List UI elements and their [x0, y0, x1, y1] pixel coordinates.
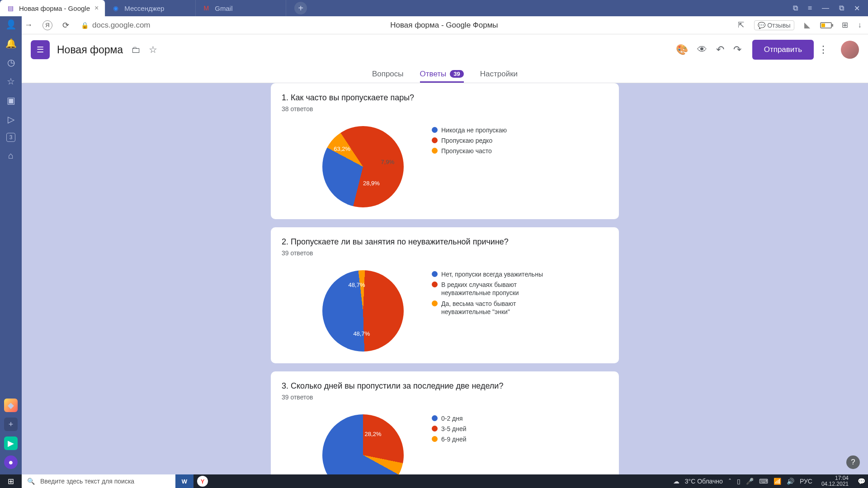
- screenshot-icon[interactable]: ⌂: [5, 150, 16, 161]
- legend-label: Пропускаю часто: [441, 147, 492, 155]
- browser-tab[interactable]: ◉ Мессенджер: [105, 0, 196, 16]
- legend-dot-icon: [432, 271, 438, 277]
- slice-label: 28,9%: [363, 180, 380, 187]
- question-card: 2. Пропускаете ли вы занятия по неуважит…: [271, 227, 619, 363]
- profile-icon[interactable]: 👤: [5, 19, 16, 30]
- url-text: docs.google.com: [92, 21, 151, 30]
- legend-dot-icon: [432, 426, 438, 432]
- legend-item: 6-9 дней: [432, 435, 467, 443]
- search-icon: 🔍: [27, 478, 35, 485]
- tab-settings[interactable]: Настройки: [480, 65, 518, 83]
- windows-taskbar: ⊞ 🔍 Введите здесь текст для поиска W Y ☁…: [0, 474, 868, 488]
- start-button[interactable]: ⊞: [0, 477, 22, 486]
- legend-dot-icon: [432, 415, 438, 421]
- pie-chart: 28,2%: [322, 414, 404, 474]
- legend-label: Пропускаю редко: [441, 136, 492, 145]
- add-app-icon[interactable]: +: [4, 418, 18, 431]
- reload-icon[interactable]: ⟳: [62, 20, 69, 30]
- browser-tab-active[interactable]: ▤ Новая форма - Google ×: [0, 0, 105, 16]
- chart-legend: 0-2 дня3-5 дней6-9 дней: [432, 414, 467, 474]
- forms-logo-icon[interactable]: ☰: [31, 40, 50, 59]
- music-app-icon[interactable]: ▶: [4, 436, 18, 450]
- new-tab-button[interactable]: +: [294, 2, 307, 14]
- forms-toolbar: ☰ Новая форма 🗀 ☆ 🎨 👁 ↶ ↷ Отправить ⋮: [22, 34, 868, 65]
- redo-icon[interactable]: ↷: [733, 44, 741, 56]
- yandex-disk-icon[interactable]: ◆: [4, 399, 18, 412]
- extensions-icon[interactable]: ⊞: [842, 20, 848, 30]
- slice-label: 48,7%: [353, 330, 370, 337]
- legend-item: 0-2 дня: [432, 414, 467, 422]
- tray-chevron-icon[interactable]: ˄: [728, 478, 731, 485]
- tray-lang-text[interactable]: РУС: [800, 478, 812, 485]
- history-icon[interactable]: ◷: [5, 57, 16, 68]
- slice-label: 48,7%: [349, 282, 365, 288]
- undo-icon[interactable]: ↶: [716, 44, 724, 56]
- palette-icon[interactable]: 🎨: [676, 44, 688, 56]
- folder-icon[interactable]: 🗀: [131, 44, 141, 55]
- browser-url-bar: ← → Я ⟳ 🔒 docs.google.com Новая форма - …: [0, 16, 868, 34]
- more-icon[interactable]: ⋮: [818, 44, 828, 56]
- weather-text[interactable]: 3°C Облачно: [685, 478, 723, 485]
- question-card: 3. Сколько дней вы пропустили за последн…: [271, 371, 619, 474]
- alice-icon[interactable]: ●: [4, 455, 18, 469]
- response-count: 38 ответов: [282, 105, 608, 113]
- tab-answers[interactable]: Ответы 39: [420, 65, 464, 83]
- legend-item: Да, весьма часто бывают неуважительные "…: [432, 300, 549, 316]
- close-window-icon[interactable]: ✕: [854, 4, 860, 13]
- yandex-browser-icon[interactable]: Y: [197, 476, 208, 487]
- legend-item: Нет, пропуски всегда уважительны: [432, 270, 549, 278]
- yandex-icon[interactable]: Я: [42, 20, 52, 30]
- play-icon[interactable]: ▷: [5, 114, 16, 125]
- browser-tab[interactable]: M Gmail: [196, 0, 286, 16]
- apps-icon[interactable]: 3: [6, 133, 15, 142]
- chart-legend: Нет, пропуски всегда уважительныВ редких…: [432, 270, 549, 352]
- content-area: 1. Как часто вы пропускаете пары?38 отве…: [22, 83, 868, 474]
- tray-usb-icon[interactable]: ▯: [737, 478, 741, 485]
- collections-icon[interactable]: ▣: [5, 95, 16, 106]
- battery-icon: [820, 22, 832, 28]
- weather-icon[interactable]: ☁: [673, 478, 679, 485]
- slice-label: 28,2%: [365, 431, 382, 437]
- legend-label: Никогда не пропускаю: [441, 126, 507, 134]
- address-box[interactable]: 🔒 docs.google.com: [81, 21, 151, 30]
- menu-icon[interactable]: ≡: [808, 4, 812, 12]
- avatar[interactable]: [841, 41, 859, 59]
- slice-label: 7,9%: [381, 159, 395, 165]
- legend-dot-icon: [432, 127, 438, 133]
- preview-icon[interactable]: 👁: [697, 44, 707, 56]
- clock[interactable]: 17:04 04.12.2021: [818, 475, 852, 487]
- tray-mic-icon[interactable]: 🎤: [746, 478, 754, 485]
- legend-item: Никогда не пропускаю: [432, 126, 507, 134]
- legend-label: Нет, пропуски всегда уважительны: [441, 270, 543, 278]
- forward-icon[interactable]: →: [24, 20, 33, 30]
- legend-label: В редких случаях бывают неуважительные п…: [441, 281, 549, 297]
- feedback-button[interactable]: 💬Отзывы: [754, 20, 794, 30]
- word-app-icon[interactable]: W: [175, 474, 193, 488]
- minimize-icon[interactable]: —: [822, 4, 829, 12]
- send-button[interactable]: Отправить: [752, 40, 814, 60]
- downloads-icon[interactable]: ↓: [858, 21, 862, 30]
- answers-count-badge: 39: [450, 70, 463, 78]
- bell-icon[interactable]: 🔔: [5, 38, 16, 49]
- tray-volume-icon[interactable]: 🔊: [787, 478, 794, 485]
- slice-label: 63,2%: [334, 145, 350, 152]
- form-title[interactable]: Новая форма: [57, 44, 123, 56]
- notifications-icon[interactable]: 💬: [858, 478, 865, 485]
- tray-wifi-icon[interactable]: 📶: [774, 478, 781, 485]
- close-tab-icon[interactable]: ×: [94, 4, 99, 12]
- bookmark-icon[interactable]: ◣: [804, 20, 810, 30]
- tray-lang-icon[interactable]: ⌨: [759, 478, 768, 485]
- taskbar-search[interactable]: 🔍 Введите здесь текст для поиска: [22, 474, 175, 488]
- tab-questions[interactable]: Вопросы: [372, 65, 404, 83]
- help-fab[interactable]: ?: [846, 455, 860, 469]
- cast-icon[interactable]: ⇱: [738, 20, 744, 30]
- search-placeholder: Введите здесь текст для поиска: [40, 478, 134, 485]
- legend-item: Пропускаю часто: [432, 147, 507, 155]
- copy-icon[interactable]: ⧉: [793, 4, 798, 12]
- window-controls: ⧉ ≡ — ⧉ ✕: [793, 4, 868, 13]
- maximize-icon[interactable]: ⧉: [839, 4, 844, 12]
- star-outline-icon[interactable]: ☆: [149, 44, 157, 55]
- legend-item: В редких случаях бывают неуважительные п…: [432, 281, 549, 297]
- legend-dot-icon: [432, 282, 438, 287]
- star-icon[interactable]: ☆: [5, 76, 16, 87]
